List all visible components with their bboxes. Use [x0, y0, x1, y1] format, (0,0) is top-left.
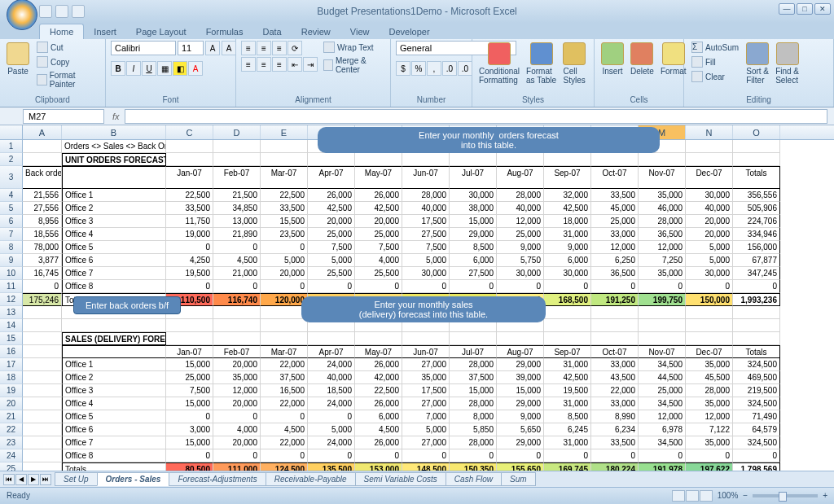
cell[interactable]: 5,000	[686, 254, 733, 267]
cell[interactable]: 0	[639, 280, 686, 293]
cell[interactable]: 21,890	[213, 228, 261, 241]
cell[interactable]	[62, 166, 166, 189]
cell[interactable]: 1,993,236	[733, 293, 780, 306]
cell[interactable]: 3,000	[166, 423, 213, 436]
cell[interactable]: Office 4	[62, 228, 166, 241]
cell[interactable]: 324,500	[733, 358, 780, 371]
cell[interactable]: 150,000	[686, 293, 733, 306]
cell[interactable]: 31,000	[544, 436, 591, 449]
cell[interactable]: 35,000	[213, 371, 261, 384]
cell[interactable]: Apr-07	[308, 345, 355, 358]
column-header-O[interactable]: O	[733, 125, 780, 139]
cell[interactable]	[591, 153, 639, 166]
cell[interactable]: 135,500	[308, 462, 355, 471]
cell[interactable]: 28,000	[497, 189, 544, 202]
cell[interactable]: 45,000	[591, 202, 639, 215]
sheet-tab-receivable-payable[interactable]: Receivable-Payable	[266, 472, 356, 486]
cell[interactable]: 18,000	[544, 215, 591, 228]
cell[interactable]: 197,622	[686, 462, 733, 471]
cell[interactable]	[62, 319, 166, 332]
zoom-out-button[interactable]: −	[743, 491, 748, 500]
cell[interactable]: May-07	[355, 345, 402, 358]
cell[interactable]: 30,000	[497, 267, 544, 280]
cell[interactable]: 12,000	[591, 241, 639, 254]
cell[interactable]: 40,000	[402, 202, 450, 215]
cell[interactable]: 0	[261, 241, 308, 254]
column-header-E[interactable]: E	[261, 125, 308, 139]
cell[interactable]: Apr-07	[308, 166, 355, 189]
cell[interactable]: 21,000	[213, 267, 261, 280]
cell[interactable]: Totals	[733, 166, 780, 189]
qat-save-icon[interactable]	[39, 5, 52, 18]
cell[interactable]: Office 3	[62, 215, 166, 228]
cell[interactable]: 42,500	[308, 202, 355, 215]
cell[interactable]	[23, 397, 62, 410]
cell[interactable]: 9,000	[497, 410, 544, 423]
cell[interactable]: 7,250	[639, 254, 686, 267]
cell[interactable]: 27,000	[402, 358, 450, 371]
cell[interactable]: Feb-07	[213, 345, 261, 358]
cell[interactable]: Office 6	[62, 254, 166, 267]
find-select-button[interactable]: Find & Select	[774, 41, 801, 86]
cell[interactable]: 46,000	[639, 202, 686, 215]
cell[interactable]: 25,000	[355, 228, 402, 241]
wrap-text-button[interactable]: Wrap Text	[321, 41, 385, 54]
decrease-decimal-icon[interactable]: .0	[458, 61, 472, 76]
cell[interactable]: 22,000	[261, 436, 308, 449]
cell[interactable]	[213, 332, 261, 345]
cell[interactable]: 0	[308, 449, 355, 462]
cell[interactable]: Totals	[62, 462, 166, 471]
cell[interactable]: 31,000	[544, 397, 591, 410]
cell[interactable]: 21,500	[213, 189, 261, 202]
cell[interactable]: Sep-07	[544, 345, 591, 358]
row-header-9[interactable]: 9	[0, 254, 23, 267]
row-header-11[interactable]: 11	[0, 280, 23, 293]
row-header-18[interactable]: 18	[0, 371, 23, 384]
cut-button[interactable]: Cut	[34, 41, 100, 54]
cell[interactable]	[261, 140, 308, 153]
row-header-1[interactable]: 1	[0, 140, 23, 153]
cell[interactable]: 4,500	[261, 423, 308, 436]
cell[interactable]: 31,000	[544, 358, 591, 371]
cell[interactable]: 37,500	[261, 371, 308, 384]
cell[interactable]: 148,500	[402, 462, 450, 471]
cell[interactable]: 0	[213, 410, 261, 423]
row-header-10[interactable]: 10	[0, 267, 23, 280]
cell[interactable]	[544, 306, 591, 319]
cell[interactable]: Aug-07	[497, 345, 544, 358]
column-header-B[interactable]: B	[62, 125, 166, 139]
cell[interactable]	[544, 153, 591, 166]
page-layout-view-icon[interactable]	[686, 490, 699, 502]
cell[interactable]: 24,000	[308, 436, 355, 449]
cell[interactable]	[733, 140, 780, 153]
cell[interactable]: 7,000	[402, 410, 450, 423]
cell[interactable]: 8,990	[591, 410, 639, 423]
sheet-tab-cash-flow[interactable]: Cash Flow	[446, 472, 502, 486]
cell[interactable]: 0	[308, 280, 355, 293]
cell[interactable]: 20,000	[686, 228, 733, 241]
font-size-combo[interactable]	[178, 41, 204, 55]
formula-bar[interactable]	[125, 109, 827, 124]
cell[interactable]: Sep-07	[544, 166, 591, 189]
cell[interactable]: 21,556	[23, 189, 62, 202]
cell[interactable]	[355, 153, 402, 166]
cell[interactable]: 33,500	[591, 436, 639, 449]
row-header-22[interactable]: 22	[0, 423, 23, 436]
cell[interactable]: 28,000	[450, 436, 497, 449]
cell[interactable]: 5,000	[402, 423, 450, 436]
cell[interactable]: 0	[497, 280, 544, 293]
cell[interactable]	[166, 332, 213, 345]
comma-icon[interactable]: ,	[427, 61, 441, 76]
cell[interactable]: 22,000	[591, 384, 639, 397]
cell[interactable]: Totals	[733, 345, 780, 358]
cell[interactable]: 0	[497, 449, 544, 462]
qat-undo-icon[interactable]	[55, 5, 68, 18]
cell[interactable]: 0	[450, 449, 497, 462]
cell[interactable]: 6,000	[544, 254, 591, 267]
name-box[interactable]	[23, 109, 104, 124]
ribbon-tab-insert[interactable]: Insert	[84, 24, 126, 39]
enter-back-orders-button[interactable]: Enter back orders b/f	[73, 296, 181, 314]
cell[interactable]: 24,000	[308, 358, 355, 371]
cell[interactable]: 1,798,569	[733, 462, 780, 471]
percent-icon[interactable]: %	[411, 61, 426, 76]
